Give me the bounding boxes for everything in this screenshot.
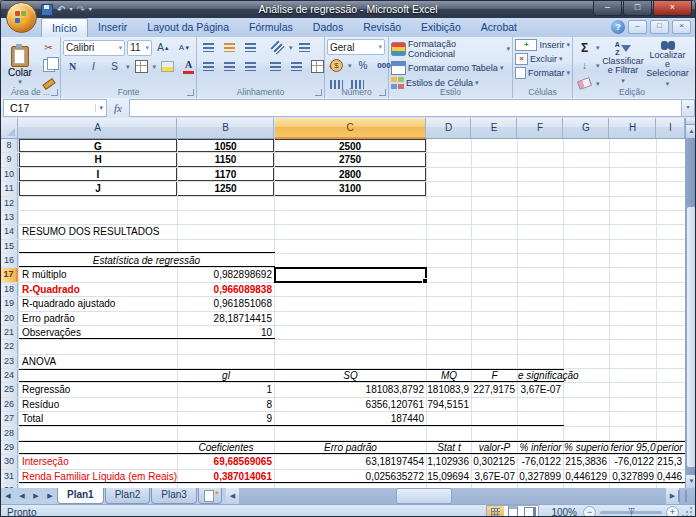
- number-dialog-launcher-icon[interactable]: [379, 89, 386, 96]
- column-header-H[interactable]: H: [610, 118, 656, 138]
- cell-A9[interactable]: H: [19, 153, 177, 166]
- tab-acrobat[interactable]: Acrobat: [471, 18, 527, 37]
- cell-E29[interactable]: valor-P: [472, 441, 517, 454]
- previous-sheet-icon[interactable]: ◀: [15, 488, 29, 504]
- cell-A8[interactable]: G: [19, 139, 177, 152]
- cell-E30[interactable]: 0,302125: [472, 455, 517, 468]
- workbook-restore-icon[interactable]: □: [650, 20, 669, 34]
- cell-H30[interactable]: -76,0122: [610, 455, 656, 468]
- paste-button[interactable]: Colar ▾: [3, 46, 37, 86]
- tab-layout-da-pagina[interactable]: Layout da Página: [137, 18, 239, 37]
- font-name-select[interactable]: Calibri▾: [63, 40, 125, 56]
- cell-E31[interactable]: 3,67E-07: [472, 470, 517, 483]
- last-sheet-icon[interactable]: ▶: [43, 488, 57, 504]
- workbook-close-icon[interactable]: ×: [672, 20, 691, 34]
- chevron-down-icon[interactable]: ▾: [289, 44, 293, 52]
- office-button[interactable]: [6, 2, 37, 33]
- zoom-slider[interactable]: ▽: [600, 511, 662, 514]
- cell-F24[interactable]: e significação: [518, 369, 563, 382]
- minimize-icon[interactable]: –: [593, 1, 622, 16]
- insert-cells-button[interactable]: + Inserir▾: [515, 39, 570, 51]
- cell-B19[interactable]: 0,961851068: [178, 297, 274, 310]
- sheet-tab-plan2[interactable]: Plan2: [105, 488, 151, 504]
- cell-G30[interactable]: 215,3836: [564, 455, 609, 468]
- cell-C10[interactable]: 2800: [275, 168, 426, 181]
- row-header-29[interactable]: 29: [1, 441, 18, 454]
- cell-H31[interactable]: 0,327899: [610, 470, 656, 483]
- align-bottom-icon[interactable]: [241, 39, 260, 56]
- cell-A27[interactable]: Total: [19, 412, 177, 425]
- cell-A10[interactable]: I: [19, 168, 177, 181]
- row-header-24[interactable]: 24: [1, 369, 18, 382]
- column-header-B[interactable]: B: [178, 118, 274, 138]
- underline-button[interactable]: S: [105, 58, 124, 75]
- help-icon[interactable]: ?: [611, 20, 625, 34]
- workbook-minimize-icon[interactable]: –: [628, 20, 647, 34]
- wrap-text-icon[interactable]: [295, 39, 314, 56]
- selected-cell-C17[interactable]: [274, 267, 427, 283]
- cell-D24[interactable]: MQ: [427, 369, 471, 382]
- column-header-A[interactable]: A: [19, 118, 177, 138]
- cell-A19[interactable]: R-quadrado ajustado: [19, 297, 177, 310]
- decrease-indent-icon[interactable]: [266, 58, 285, 75]
- cell-B9[interactable]: 1150: [178, 153, 274, 166]
- italic-button[interactable]: I: [84, 58, 103, 75]
- normal-view-icon[interactable]: [487, 506, 504, 517]
- cell-A11[interactable]: J: [19, 182, 177, 195]
- chevron-down-icon[interactable]: ▾: [596, 62, 600, 70]
- expand-formula-bar-icon[interactable]: ▾: [681, 99, 695, 117]
- cut-icon[interactable]: ✂: [39, 39, 58, 56]
- number-format-select[interactable]: Geral▾: [327, 39, 385, 55]
- cell-B18[interactable]: 0,966089838: [178, 283, 274, 296]
- align-middle-icon[interactable]: [220, 39, 239, 56]
- increase-font-icon[interactable]: A▲: [154, 39, 173, 56]
- scroll-up-icon[interactable]: ▲: [686, 125, 696, 138]
- cell-B17[interactable]: 0,982898692: [178, 268, 274, 281]
- redo-icon[interactable]: ↷: [76, 3, 84, 16]
- row-header-25[interactable]: 25: [1, 383, 18, 396]
- column-header-G[interactable]: G: [564, 118, 609, 138]
- row-header-15[interactable]: 15: [1, 240, 18, 253]
- cell-D26[interactable]: 794,5151: [427, 398, 471, 411]
- row-header-11[interactable]: 11: [1, 182, 18, 195]
- row-header-16[interactable]: 16: [1, 254, 18, 267]
- cell-E24[interactable]: F: [472, 369, 517, 382]
- increase-indent-icon[interactable]: [287, 58, 306, 75]
- cell-F31[interactable]: 0,327899: [518, 470, 563, 483]
- align-center-icon[interactable]: [220, 58, 239, 75]
- format-cells-button[interactable]: Formatar▾: [515, 67, 570, 79]
- zoom-slider-thumb[interactable]: ▽: [629, 506, 635, 515]
- percent-style-button[interactable]: %: [354, 57, 373, 74]
- row-header-13[interactable]: 13: [1, 211, 18, 224]
- cell-A16-regression-stats-title[interactable]: Estatística de regressão: [19, 254, 274, 267]
- cell-G31[interactable]: 0,446129: [564, 470, 609, 483]
- cell-C11[interactable]: 3100: [275, 182, 426, 195]
- cell-A30[interactable]: Interseção: [19, 455, 177, 468]
- cell-B10[interactable]: 1170: [178, 168, 274, 181]
- undo-dropdown-icon[interactable]: ▾: [69, 3, 72, 16]
- first-sheet-icon[interactable]: ◀: [1, 488, 15, 504]
- zoom-in-icon[interactable]: +: [666, 506, 679, 517]
- cell-C31[interactable]: 0,025635272: [275, 470, 426, 483]
- tab-inserir[interactable]: Inserir: [88, 18, 137, 37]
- orientation-icon[interactable]: [268, 39, 287, 56]
- sheet-tab-plan3[interactable]: Plan3: [151, 488, 197, 504]
- cell-B24[interactable]: gl: [178, 369, 274, 382]
- cell-C8[interactable]: 2500: [275, 139, 426, 152]
- column-header-I[interactable]: I: [657, 118, 685, 138]
- font-dialog-launcher-icon[interactable]: [187, 89, 194, 96]
- cell-A20[interactable]: Erro padrão: [19, 312, 177, 325]
- decrease-font-icon[interactable]: A▼: [175, 39, 194, 56]
- cell-B29[interactable]: Coeficientes: [178, 441, 274, 454]
- row-header-28[interactable]: 28: [1, 427, 18, 440]
- align-right-icon[interactable]: [241, 58, 260, 75]
- row-header-20[interactable]: 20: [1, 312, 18, 325]
- alignment-dialog-launcher-icon[interactable]: [315, 89, 322, 96]
- name-box[interactable]: C17 ▾: [3, 99, 107, 117]
- row-header-10[interactable]: 10: [1, 168, 18, 181]
- row-header-23[interactable]: 23: [1, 355, 18, 368]
- resize-grip[interactable]: [681, 506, 693, 517]
- sort-filter-button[interactable]: AZ Classificar e Filtrar ▾: [602, 39, 645, 85]
- cell-A26[interactable]: Resíduo: [19, 398, 177, 411]
- cell-C29[interactable]: Erro padrão: [275, 441, 426, 454]
